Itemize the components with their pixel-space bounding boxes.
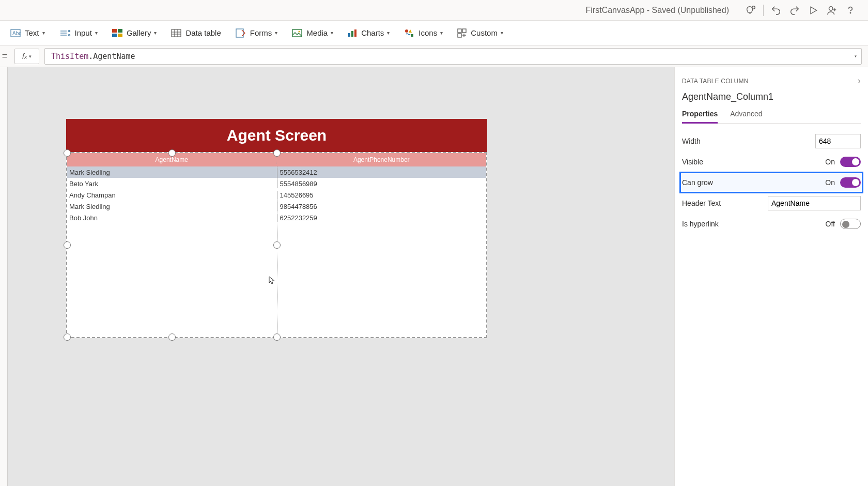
resize-handle[interactable]	[64, 333, 71, 341]
play-icon[interactable]	[804, 1, 823, 20]
svg-rect-26	[411, 34, 413, 37]
svg-rect-29	[458, 34, 461, 37]
svg-point-8	[68, 30, 70, 32]
cell-agentphone: 9854478856	[278, 203, 487, 210]
svg-rect-23	[351, 31, 353, 37]
datatable-container[interactable]: AgentName AgentPhoneNumber Mark Siedling…	[66, 152, 487, 338]
formula-input[interactable]: ThisItem.AgentName ▾	[44, 48, 862, 65]
properties-panel: DATA TABLE COLUMN › AgentName_Column1 Pr…	[674, 67, 868, 486]
ribbon-charts-label: Charts	[361, 28, 384, 37]
cursor-icon	[269, 276, 276, 284]
prop-headertext-label: Header Text	[682, 199, 721, 207]
formula-equals: =	[0, 51, 9, 62]
svg-rect-10	[112, 29, 117, 33]
tab-properties[interactable]: Properties	[682, 110, 718, 124]
svg-rect-14	[172, 29, 181, 37]
resize-handle[interactable]	[64, 149, 71, 157]
help-icon[interactable]	[841, 1, 860, 20]
svg-rect-27	[458, 29, 461, 33]
ribbon-media[interactable]: Media ▾	[292, 28, 333, 37]
prop-headertext-input[interactable]	[768, 196, 861, 210]
chevron-down-icon: ▾	[95, 30, 98, 36]
input-icon	[59, 28, 71, 38]
prop-visible-label: Visible	[682, 158, 703, 166]
left-panel-edge[interactable]	[0, 67, 8, 486]
data-table[interactable]: AgentName AgentPhoneNumber Mark Siedling…	[66, 152, 487, 338]
svg-point-1	[829, 6, 833, 10]
chevron-down-icon: ▾	[501, 30, 503, 36]
svg-rect-12	[112, 34, 117, 37]
prop-width-input[interactable]	[815, 134, 861, 148]
prop-headertext: Header Text	[682, 193, 861, 214]
chevron-down-icon: ▾	[387, 30, 390, 36]
chevron-down-icon: ▾	[275, 30, 277, 36]
resize-handle[interactable]	[168, 149, 176, 157]
properties-tabs: Properties Advanced	[682, 110, 861, 124]
ribbon-custom[interactable]: Custom ▾	[457, 28, 503, 38]
resize-handle[interactable]	[273, 333, 281, 341]
toggle-cangrow[interactable]	[840, 177, 861, 188]
gallery-icon	[112, 29, 122, 37]
insert-ribbon: Abc Text ▾ Input ▾ Gallery ▾ Data table …	[0, 21, 868, 45]
ribbon-text[interactable]: Abc Text ▾	[10, 28, 45, 37]
ribbon-forms-label: Forms	[250, 28, 272, 37]
media-icon	[292, 29, 302, 37]
datatable-icon	[171, 29, 181, 37]
ribbon-gallery[interactable]: Gallery ▾	[112, 28, 157, 37]
charts-icon	[348, 29, 357, 37]
chevron-down-icon: ▾	[331, 30, 333, 36]
share-icon[interactable]	[823, 1, 841, 20]
ribbon-icons-label: Icons	[419, 28, 437, 37]
prop-width: Width	[682, 131, 861, 151]
panel-section-label: DATA TABLE COLUMN	[682, 78, 749, 85]
prop-width-label: Width	[682, 137, 701, 145]
ribbon-gallery-label: Gallery	[127, 28, 151, 37]
ribbon-icons[interactable]: Icons ▾	[404, 28, 443, 38]
resize-handle[interactable]	[273, 149, 281, 157]
canvas-area[interactable]: Agent Screen AgentName AgentPhoneNumber …	[0, 67, 674, 486]
ribbon-input[interactable]: Input ▾	[59, 28, 98, 38]
ribbon-charts[interactable]: Charts ▾	[348, 28, 390, 37]
resize-handle[interactable]	[273, 241, 281, 249]
ribbon-custom-label: Custom	[471, 28, 498, 37]
undo-icon[interactable]	[767, 1, 785, 20]
app-checker-icon[interactable]	[741, 1, 760, 20]
app-title: FirstCanvasApp - Saved (Unpublished)	[586, 6, 729, 15]
chevron-right-icon[interactable]: ›	[858, 75, 861, 86]
text-icon: Abc	[10, 29, 21, 37]
ribbon-datatable[interactable]: Data table	[171, 28, 221, 37]
selected-control-name: AgentName_Column1	[682, 92, 861, 102]
column-header-agentphone[interactable]: AgentPhoneNumber	[277, 156, 487, 163]
toggle-ishyperlink[interactable]	[840, 219, 861, 229]
resize-handle[interactable]	[168, 333, 176, 341]
column-divider[interactable]	[277, 166, 277, 337]
formula-fx-button[interactable]: fx ▾	[14, 49, 39, 64]
tab-advanced[interactable]: Advanced	[730, 110, 762, 123]
chevron-down-icon: ▾	[29, 54, 32, 59]
toggle-visible[interactable]	[840, 157, 861, 167]
formula-rest: .AgentName	[88, 52, 135, 61]
forms-icon	[236, 28, 246, 38]
prop-cangrow-label: Can grow	[682, 178, 713, 187]
cell-agentphone: 6252232259	[278, 214, 487, 222]
column-header-agentname[interactable]: AgentName	[67, 156, 277, 163]
ribbon-forms[interactable]: Forms ▾	[236, 28, 278, 38]
title-bar: FirstCanvasApp - Saved (Unpublished)	[0, 0, 868, 21]
svg-rect-20	[292, 29, 302, 37]
ribbon-input-label: Input	[75, 28, 92, 37]
formula-thisitem: ThisItem	[51, 52, 88, 61]
main-area: Agent Screen AgentName AgentPhoneNumber …	[0, 67, 868, 486]
cell-agentname: Beto Yark	[69, 180, 278, 188]
screen-title: Agent Screen	[66, 119, 487, 152]
expand-formula-icon[interactable]: ▾	[854, 53, 857, 59]
ribbon-text-label: Text	[25, 28, 39, 37]
resize-handle[interactable]	[64, 241, 71, 249]
cell-agentphone: 145526695	[278, 191, 487, 199]
cell-agentname: Mark Siedling	[69, 203, 278, 210]
divider	[763, 5, 764, 16]
svg-rect-24	[354, 29, 357, 37]
ribbon-datatable-label: Data table	[185, 28, 221, 37]
redo-icon[interactable]	[785, 1, 804, 20]
svg-point-21	[299, 31, 300, 32]
prop-ishyperlink-value: Off	[826, 220, 835, 228]
